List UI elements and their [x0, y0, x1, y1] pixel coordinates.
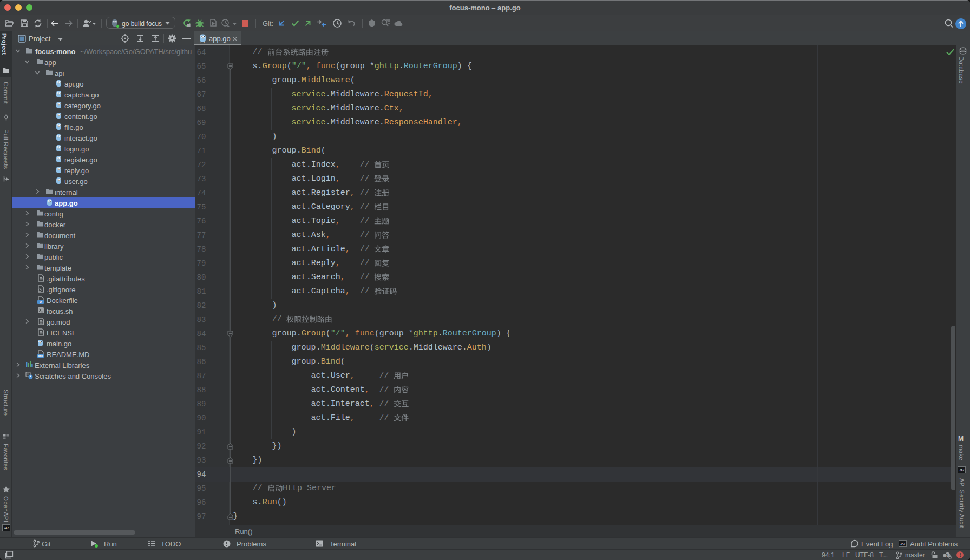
svg-text:?: ? [946, 553, 948, 558]
svg-text:MD: MD [38, 354, 43, 358]
svg-text:/A/: /A/ [4, 526, 9, 530]
svg-text:D: D [40, 300, 42, 304]
svg-text:/A/: /A/ [959, 469, 965, 472]
svg-text:/A/: /A/ [900, 542, 906, 545]
